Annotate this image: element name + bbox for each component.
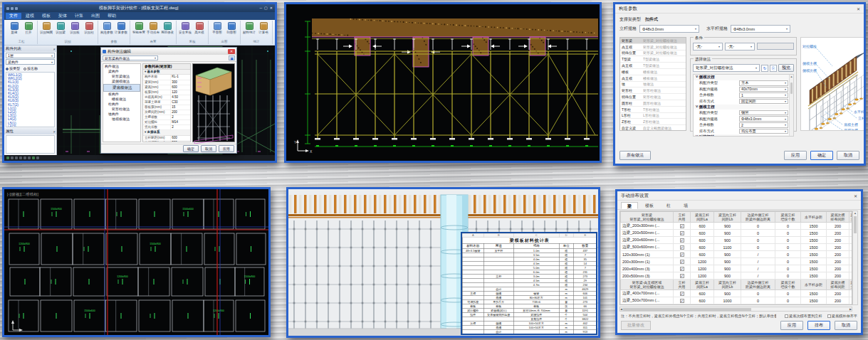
property-section-header[interactable]: ˅ 对拉螺栓 xyxy=(694,134,793,137)
value-cell[interactable]: 0 xyxy=(775,251,801,258)
ribbon-button[interactable]: 识别轴网 xyxy=(39,21,53,40)
tree-item[interactable]: 板构件 xyxy=(103,92,140,97)
tree-item[interactable]: 墙构件 xyxy=(103,112,140,117)
value-cell[interactable]: 200 xyxy=(827,304,849,306)
all-methods-button[interactable]: 所有做法 xyxy=(619,151,651,160)
cancel-button[interactable]: 取消 xyxy=(835,321,857,330)
value-cell[interactable]: 1500 xyxy=(801,244,827,251)
tab-6[interactable]: 帮助 xyxy=(104,13,120,19)
table-row[interactable]: 边梁_200x500mm (...✓6009000015002002 xyxy=(621,230,853,237)
ribbon-button[interactable]: 打开 xyxy=(21,21,36,40)
polar-icon[interactable] xyxy=(19,156,22,159)
tab-5[interactable]: 出图 xyxy=(88,13,103,19)
value-cell[interactable]: 900 xyxy=(714,290,741,297)
tab-1[interactable]: 建模 xyxy=(22,13,38,19)
value-cell[interactable]: 600 xyxy=(691,251,714,258)
value-cell[interactable]: 0 xyxy=(775,237,801,244)
value-cell[interactable]: 600 xyxy=(691,290,714,297)
value-cell[interactable]: 0 xyxy=(741,230,775,237)
method-list-item[interactable]: 特殊位置矩形柱做法 xyxy=(620,94,686,100)
value-cell[interactable]: 200 xyxy=(827,237,849,244)
maximize-icon[interactable]: ▢ xyxy=(264,6,268,11)
value-cell[interactable]: 200 xyxy=(827,230,849,237)
param-value[interactable]: 2 xyxy=(170,115,190,119)
checkbox-cell[interactable]: ✓ xyxy=(674,297,691,304)
param-value[interactable]: 15 xyxy=(170,105,190,110)
condition-input[interactable] xyxy=(757,43,794,50)
option-checkbox[interactable]: 梁底次楞布置到立杆 xyxy=(785,314,822,319)
ok-button[interactable]: 确定 xyxy=(810,151,833,160)
property-value-select[interactable]: 40x70mm▾ xyxy=(739,87,788,92)
value-cell[interactable]: 900 xyxy=(714,272,741,280)
checkbox-cell[interactable]: ✓ xyxy=(674,272,691,280)
tree-item[interactable]: 柱构件 xyxy=(103,102,140,107)
value-cell[interactable]: 200 xyxy=(827,244,849,251)
param-value[interactable]: 600 xyxy=(170,85,190,90)
tab-0[interactable]: 文件 xyxy=(6,13,21,19)
value-cell[interactable]: 1200 xyxy=(691,265,714,272)
checkbox-cell[interactable]: ✓ xyxy=(674,304,691,306)
value-cell[interactable]: 200 xyxy=(827,290,849,297)
preview-toggle-icon[interactable]: ▣ xyxy=(229,55,235,60)
ribbon-button[interactable]: 识别梁 xyxy=(53,21,68,40)
method-list-item[interactable]: 矩形柱矩形柱做法 xyxy=(620,87,686,94)
apply-button[interactable]: 应用 xyxy=(780,321,803,330)
close-icon[interactable]: ✕ xyxy=(854,193,857,198)
checkbox-icon[interactable]: ✓ xyxy=(680,260,684,264)
value-cell[interactable]: 0 xyxy=(775,230,801,237)
value-cell[interactable]: 200 xyxy=(827,297,849,304)
param-value[interactable]: C30 xyxy=(170,100,190,105)
value-cell[interactable]: 1000 xyxy=(714,297,741,304)
value-cell[interactable]: 1500 xyxy=(801,272,827,280)
value-cell[interactable]: 600 xyxy=(691,244,714,251)
property-section-header[interactable]: ˅ 侧模次楞 xyxy=(694,75,793,80)
tab-3[interactable]: 架体 xyxy=(55,13,70,19)
value-cell[interactable]: 600 xyxy=(691,223,714,230)
arrange-button[interactable]: 排布 xyxy=(807,321,830,330)
apply-button[interactable]: 应用 xyxy=(784,151,807,160)
value-cell[interactable]: 0 xyxy=(741,237,775,244)
method-list-item[interactable]: Z形柱Z形柱做法 xyxy=(620,119,686,125)
horizontal-scrollbar[interactable]: ◀▶ xyxy=(619,307,852,312)
ribbon-button[interactable]: 平面图 xyxy=(210,21,224,40)
param-value[interactable]: 2 xyxy=(170,125,190,129)
tab-柱[interactable]: 柱 xyxy=(661,202,676,209)
value-cell[interactable]: 0 xyxy=(741,297,775,304)
table-row[interactable]: 120x300mm (1)✓600900/015002002 xyxy=(621,251,853,258)
value-cell[interactable]: 1500 xyxy=(801,230,827,237)
checkbox-cell[interactable]: ✓ xyxy=(674,265,691,272)
value-cell[interactable]: 0 xyxy=(775,258,801,265)
value-cell[interactable]: 0 xyxy=(775,297,801,304)
pole-spec-select[interactable]: Φ48x3.0mm▾ xyxy=(639,25,699,33)
value-cell[interactable]: 0 xyxy=(775,244,801,251)
cancel-button[interactable]: 取消 xyxy=(201,145,216,152)
tree-item[interactable]: 构件做法 xyxy=(103,64,140,69)
checkbox-cell[interactable]: ✓ xyxy=(674,290,691,297)
property-value-select[interactable]: 1▾ xyxy=(739,92,788,98)
table-row[interactable]: 边梁_600x700mm (...✓60011000015002003 xyxy=(621,304,853,306)
grid-icon[interactable] xyxy=(11,156,14,159)
property-value-select[interactable]: 固定间距▾ xyxy=(739,99,788,105)
track-icon[interactable] xyxy=(28,156,31,159)
value-cell[interactable]: 900 xyxy=(714,230,741,237)
condition-select-1[interactable]: -无-▾ xyxy=(693,43,723,51)
method-list-item[interactable]: L形柱L形柱做法 xyxy=(620,113,686,119)
condition-select-2[interactable]: -无-▾ xyxy=(725,43,755,51)
checkbox-icon[interactable]: ✓ xyxy=(680,267,684,271)
method-list-item[interactable]: T型梁T型梁做法 xyxy=(620,56,686,63)
tree-item[interactable]: 矩形柱做法 xyxy=(103,107,140,112)
checkbox-icon[interactable]: ✓ xyxy=(680,274,684,278)
value-cell[interactable]: 900 xyxy=(714,265,741,272)
value-cell[interactable]: 600 xyxy=(691,237,714,244)
value-cell[interactable]: 1100 xyxy=(714,244,741,251)
radio-by-name[interactable]: 按名称 xyxy=(23,66,38,70)
value-cell[interactable]: 900 xyxy=(714,251,741,258)
value-cell[interactable]: 600 xyxy=(691,304,714,306)
property-value-select[interactable]: 方木▾ xyxy=(739,80,788,86)
close-icon[interactable]: ✕ xyxy=(228,49,235,54)
method-list-item[interactable]: 楼板楼板做法 xyxy=(620,69,686,75)
checkbox-icon[interactable]: ✓ xyxy=(680,231,684,235)
grid-section-header[interactable]: ▾ 支撑体系 xyxy=(143,130,190,135)
value-cell[interactable]: 0 xyxy=(741,244,775,251)
value-cell[interactable]: 1100 xyxy=(714,304,741,306)
